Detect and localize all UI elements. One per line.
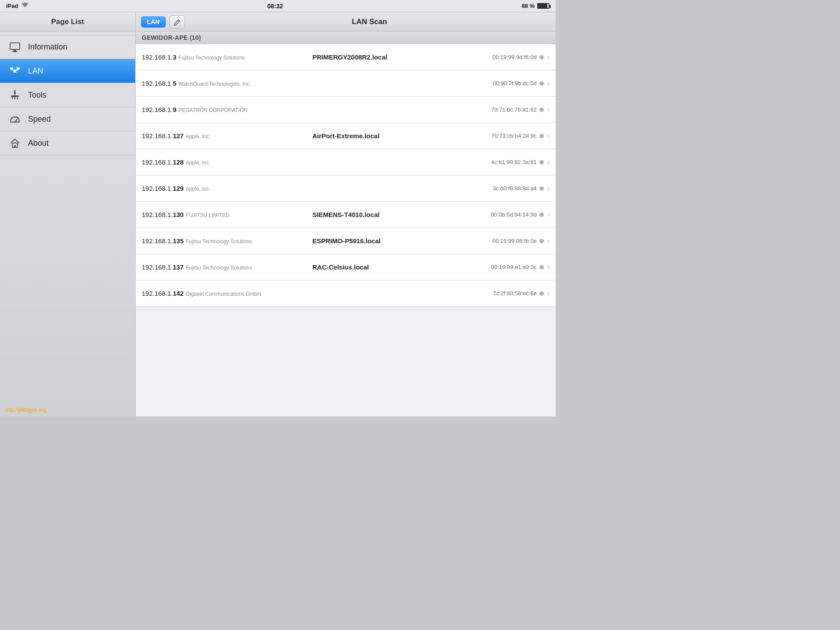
device-info: 192.168.1.130 FUJITSU LIMITED — [142, 211, 308, 219]
device-status — [539, 108, 544, 112]
svg-rect-3 — [10, 67, 13, 70]
lan-button[interactable]: LAN — [141, 16, 166, 28]
device-status — [539, 213, 544, 217]
home-icon — [7, 135, 23, 151]
device-ip: 192.168.1.130 — [142, 211, 184, 218]
sidebar-footer: http://pfdagos.org — [0, 403, 135, 416]
footer-link[interactable]: http://pfdagos.org — [5, 407, 46, 413]
svg-rect-23 — [14, 145, 16, 147]
device-vendor: WatchGuard Technologies, Inc. — [178, 81, 251, 87]
status-dot — [539, 55, 544, 60]
device-info: 192.168.1.128 Apple, Inc. — [142, 158, 308, 166]
status-dot — [539, 186, 544, 191]
table-row[interactable]: 192.168.1.137 Fujitsu Technology Solutio… — [136, 254, 556, 280]
scan-content[interactable]: GEWIDOR-APE (10) 192.168.1.3 Fujitsu Tec… — [136, 32, 556, 416]
sidebar-header: Page List — [0, 12, 135, 32]
svg-line-24 — [178, 21, 179, 22]
table-row[interactable]: 192.168.1.3 Fujitsu Technology Solutions… — [136, 44, 556, 70]
chevron-right-icon: › — [547, 132, 550, 140]
status-dot — [539, 213, 544, 217]
svg-rect-2 — [12, 51, 18, 52]
status-dot — [539, 81, 544, 86]
table-row[interactable]: 192.168.1.130 FUJITSU LIMITED SIEMENS-T4… — [136, 202, 556, 228]
device-vendor: Apple, Inc. — [186, 160, 210, 166]
device-hostname: AirPort-Extreme.local — [308, 132, 467, 140]
table-row[interactable]: 192.168.1.142 Gigaset Communications Gmb… — [136, 280, 556, 307]
sidebar-item-information[interactable]: Information — [0, 35, 135, 59]
device-vendor: Gigaset Communications GmbH — [186, 291, 261, 297]
device-status — [539, 55, 544, 60]
table-row[interactable]: 192.168.1.5 WatchGuard Technologies, Inc… — [136, 70, 556, 97]
device-hostname: PRIMERGY2008R2.local — [308, 53, 467, 61]
device-hostname: SIEMENS-T4010.local — [308, 211, 467, 218]
device-mac: 3c:d0:f8:86:8d:a4 — [467, 185, 537, 192]
svg-rect-11 — [14, 90, 16, 92]
device-label: iPad — [6, 3, 18, 9]
chevron-right-icon: › — [547, 211, 550, 219]
device-list: 192.168.1.3 Fujitsu Technology Solutions… — [136, 44, 556, 307]
battery-icon — [537, 3, 550, 9]
device-hostname: RAC-Celsius.local — [308, 263, 467, 271]
table-row[interactable]: 192.168.1.128 Apple, Inc. 4c:b1:99:82:3a… — [136, 149, 556, 175]
chevron-right-icon: › — [547, 263, 550, 271]
device-vendor: Apple, Inc. — [186, 186, 210, 192]
device-mac: 70:73:cb:b4:24:9c — [467, 133, 537, 139]
chevron-right-icon: › — [547, 53, 550, 61]
status-right: 88 % — [522, 3, 550, 9]
device-status — [539, 239, 544, 243]
wifi-icon — [21, 3, 28, 9]
sidebar-item-lan[interactable]: LAN — [0, 59, 135, 83]
sidebar-item-about[interactable]: About — [0, 131, 135, 155]
lan-label: LAN — [28, 66, 43, 76]
lan-icon — [7, 63, 23, 79]
content-title: LAN Scan — [189, 18, 550, 26]
device-info: 192.168.1.9 PEGATRON CORPORATION — [142, 106, 308, 114]
device-mac: 00:90:7f:9b:dc:0d — [467, 80, 537, 87]
device-vendor: Fujitsu Technology Solutions — [186, 265, 252, 271]
device-info: 192.168.1.137 Fujitsu Technology Solutio… — [142, 263, 308, 271]
svg-point-21 — [14, 121, 16, 123]
device-ip: 192.168.1.142 — [142, 290, 184, 297]
device-vendor: Apple, Inc. — [186, 133, 210, 140]
sidebar-item-tools[interactable]: Tools — [0, 83, 135, 107]
device-info: 192.168.1.135 Fujitsu Technology Solutio… — [142, 237, 308, 245]
table-row[interactable]: 192.168.1.135 Fujitsu Technology Solutio… — [136, 228, 556, 254]
device-mac: 00:19:99:9d:f6:0d — [467, 54, 537, 60]
device-ip: 192.168.1.5 — [142, 80, 176, 87]
device-status — [539, 265, 544, 270]
device-status — [539, 81, 544, 86]
device-vendor: Fujitsu Technology Solutions — [178, 55, 245, 61]
chevron-right-icon: › — [547, 158, 550, 166]
main-layout: Page List Information — [0, 12, 556, 416]
tools-label: Tools — [28, 91, 46, 100]
status-dot — [539, 134, 544, 138]
time-display: 08:32 — [267, 3, 283, 10]
speed-icon — [7, 111, 23, 127]
device-vendor: PEGATRON CORPORATION — [178, 107, 248, 113]
table-row[interactable]: 192.168.1.129 Apple, Inc. 3c:d0:f8:86:8d… — [136, 175, 556, 202]
device-info: 192.168.1.129 Apple, Inc. — [142, 185, 308, 192]
sidebar-items: Information LAN — [0, 32, 135, 403]
svg-rect-12 — [11, 95, 19, 97]
svg-rect-5 — [17, 67, 20, 70]
edit-button[interactable] — [169, 15, 185, 28]
device-ip: 192.168.1.127 — [142, 132, 184, 140]
table-row[interactable]: 192.168.1.9 PEGATRON CORPORATION 70:71:b… — [136, 97, 556, 123]
sidebar: Page List Information — [0, 12, 136, 416]
device-info: 192.168.1.142 Gigaset Communications Gmb… — [142, 290, 308, 298]
svg-line-19 — [17, 118, 18, 119]
device-status — [539, 134, 544, 138]
device-ip: 192.168.1.129 — [142, 185, 184, 192]
device-info: 192.168.1.3 Fujitsu Technology Solutions — [142, 53, 308, 61]
status-dot — [539, 265, 544, 270]
battery-pct: 88 % — [522, 3, 535, 9]
device-info: 192.168.1.127 Apple, Inc. — [142, 132, 308, 140]
device-ip: 192.168.1.9 — [142, 106, 176, 113]
status-dot — [539, 108, 544, 112]
sidebar-item-speed[interactable]: Speed — [0, 107, 135, 131]
device-mac: 00:0b:5d:94:14:9d — [467, 211, 537, 218]
device-ip: 192.168.1.128 — [142, 158, 184, 166]
device-vendor: FUJITSU LIMITED — [186, 212, 229, 218]
table-row[interactable]: 192.168.1.127 Apple, Inc. AirPort-Extrem… — [136, 123, 556, 149]
chevron-right-icon: › — [547, 185, 550, 192]
